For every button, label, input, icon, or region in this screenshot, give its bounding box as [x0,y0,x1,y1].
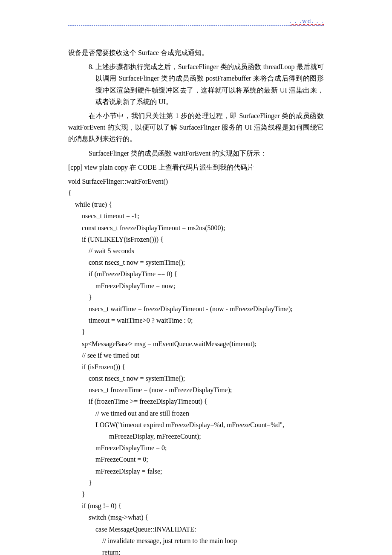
code-line: } [68,328,89,335]
code-line: } [68,491,89,498]
code-line: if (isFrozen()) { [68,363,129,370]
code-line: // see if we timed out [68,352,143,359]
code-line: LOGW("timeout expired mFreezeDisplay=%d,… [68,421,288,428]
code-line: const nsecs_t now = systemTime(); [68,375,188,382]
code-line: // wait 5 seconds [68,247,138,254]
code-line: nsecs_t waitTime = freezeDisplayTimeout … [68,305,296,312]
header-watermark: . . .wd. . . [290,17,324,25]
code-meta-line: [cpp] view plain copy 在 CODE 上查看代码片派生到我的… [68,162,324,173]
header-rule [68,25,324,26]
paragraph-step-8: 8. 上述步骤都执行完成之后，SurfaceFlinger 类的成员函数 thr… [68,61,324,107]
code-line: if (msg != 0) { [68,502,125,509]
document-page: . . .wd. . . 设备是否需要接收这个 Surface 合成完成通知。 … [0,0,392,555]
paragraph: 设备是否需要接收这个 Surface 合成完成通知。 [68,47,324,58]
code-line: if (frozenTime >= freezeDisplayTimeout) … [68,398,211,405]
code-line: switch (msg->what) { [68,514,152,521]
code-line: mFreezeCount = 0; [68,456,152,463]
code-line: timeout = waitTime>0 ? waitTime : 0; [68,317,196,324]
code-line: const nsecs_t now = systemTime(); [68,259,188,266]
code-line: mFreezeDisplayTime = now; [68,282,179,289]
code-line: mFreezeDisplay, mFreezeCount); [68,433,205,440]
code-line: sp<MessageBase> msg = mEventQueue.waitMe… [68,340,260,347]
code-line: const nsecs_t freezeDisplayTimeout = ms2… [68,224,228,231]
code-line: mFreezeDisplayTime = 0; [68,444,170,451]
code-line: while (true) { [68,201,115,208]
code-line: void SurfaceFlinger::waitForEvent() [68,178,171,185]
code-line: } [68,479,95,486]
document-body: 设备是否需要接收这个 Surface 合成完成通知。 8. 上述步骤都执行完成之… [68,47,324,555]
code-line: return; [68,549,124,555]
code-line: { [68,189,75,197]
code-line: if (mFreezeDisplayTime == 0) { [68,270,181,278]
code-line: mFreezeDisplay = false; [68,468,166,475]
code-block: void SurfaceFlinger::waitForEvent() { wh… [68,176,324,555]
paragraph: SurfaceFlinger 类的成员函数 waitForEvent 的实现如下… [68,147,324,159]
page-header: . . .wd. . . [68,17,324,26]
code-line: nsecs_t frozenTime = (now - mFreezeDispl… [68,386,235,393]
code-line: case MessageQueue::INVALIDATE: [68,526,200,533]
paragraph: 在本小节中，我们只关注第 1 步的处理过程，即 SurfaceFlinger 类… [68,110,324,145]
code-line: nsecs_t timeout = -1; [68,212,143,220]
code-line: // invalidate message, just return to th… [68,537,240,544]
code-line: // we timed out and are still frozen [68,410,193,417]
code-line: if (UNLIKELY(isFrozen())) { [68,236,167,243]
code-line: } [68,294,95,301]
